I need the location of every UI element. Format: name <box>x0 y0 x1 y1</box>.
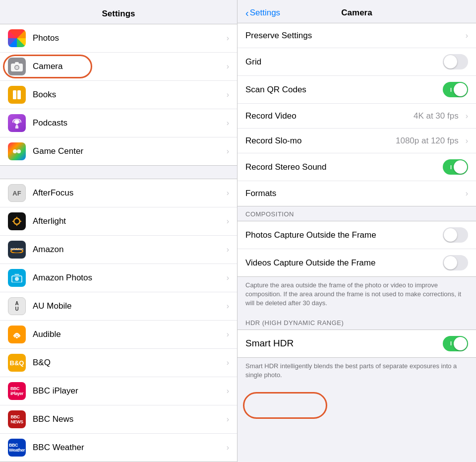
settings-item-camera[interactable]: Camera › <box>0 53 237 81</box>
photos-capture-toggle[interactable] <box>443 227 468 243</box>
grid-toggle[interactable] <box>443 54 468 69</box>
camera-item-grid[interactable]: Grid <box>238 48 476 76</box>
podcasts-chevron: › <box>227 119 229 128</box>
svg-point-20 <box>16 336 18 338</box>
amazon-label: Amazon <box>33 245 223 255</box>
composition-header: COMPOSITION <box>238 206 476 221</box>
hdr-footer: Smart HDR intelligently blends the best … <box>238 358 476 387</box>
camera-item-photos-capture[interactable]: Photos Capture Outside the Frame <box>238 221 476 249</box>
record-video-label: Record Video <box>245 111 414 121</box>
scan-qr-label: Scan QR Codes <box>245 85 443 95</box>
svg-rect-5 <box>17 90 21 99</box>
record-slomo-value: 1080p at 120 fps <box>396 136 459 146</box>
smart-hdr-label: Smart HDR <box>245 338 443 349</box>
settings-item-bbc-weather[interactable]: BBCWeather BBC Weather › <box>0 434 237 462</box>
scan-qr-toggle-knob <box>454 83 467 96</box>
photos-icon <box>8 29 26 47</box>
composition-settings-list: Photos Capture Outside the Frame Videos … <box>238 221 476 277</box>
camera-icon <box>8 58 26 75</box>
bbc-news-icon: BBCNEWS <box>8 410 26 428</box>
photos-chevron: › <box>227 34 229 43</box>
settings-item-bq[interactable]: B&Q B&Q › <box>0 349 237 377</box>
bbc-weather-chevron: › <box>227 443 229 452</box>
scan-qr-toggle[interactable]: I <box>443 82 468 97</box>
camera-label: Camera <box>33 62 223 71</box>
record-slomo-label: Record Slo-mo <box>245 136 396 146</box>
camera-item-scan-qr[interactable]: Scan QR Codes I <box>238 76 476 104</box>
section-gap <box>0 166 237 179</box>
formats-chevron: › <box>466 189 468 198</box>
camera-item-record-video[interactable]: Record Video 4K at 30 fps › <box>238 104 476 129</box>
settings-item-game-center[interactable]: Game Center › <box>0 137 237 165</box>
settings-item-bbc-iplayer[interactable]: BBCiPlayer BBC iPlayer › <box>0 377 237 405</box>
game-center-icon <box>8 142 26 160</box>
record-stereo-label: Record Stereo Sound <box>245 162 443 172</box>
bbc-iplayer-icon: BBCiPlayer <box>8 382 26 400</box>
composition-footer: Capture the area outside the frame of th… <box>238 277 476 315</box>
preserve-settings-label: Preserve Settings <box>245 31 462 41</box>
afterlight-label: Afterlight <box>33 216 223 226</box>
videos-capture-toggle[interactable] <box>443 255 468 270</box>
record-stereo-toggle-knob <box>454 160 467 174</box>
record-video-value: 4K at 30 fps <box>414 111 459 121</box>
record-video-chevron: › <box>466 112 468 121</box>
books-label: Books <box>33 90 223 100</box>
camera-item-videos-capture[interactable]: Videos Capture Outside the Frame <box>238 249 476 276</box>
camera-item-record-stereo[interactable]: Record Stereo Sound I <box>238 153 476 181</box>
formats-label: Formats <box>245 189 462 198</box>
audible-icon <box>8 326 26 343</box>
grid-label: Grid <box>245 57 443 67</box>
smart-hdr-toggle[interactable]: I <box>443 336 468 351</box>
svg-point-10 <box>18 150 20 152</box>
amazon-chevron: › <box>227 245 229 254</box>
podcasts-icon <box>8 114 26 132</box>
back-button[interactable]: ‹ Settings <box>245 7 280 19</box>
afterlight-chevron: › <box>227 217 229 226</box>
back-label: Settings <box>250 8 280 18</box>
camera-item-preserve-settings[interactable]: Preserve Settings › <box>238 23 476 48</box>
record-stereo-toggle[interactable]: I <box>443 159 468 175</box>
books-chevron: › <box>227 90 229 99</box>
bbc-weather-label: BBC Weather <box>33 443 223 453</box>
bq-icon: B&Q <box>8 354 26 372</box>
hdr-settings-list: Smart HDR I <box>238 330 476 358</box>
amazon-icon: amazon <box>8 241 26 259</box>
camera-item-formats[interactable]: Formats › <box>238 181 476 206</box>
settings-item-amazon[interactable]: amazon Amazon › <box>0 236 237 264</box>
photos-capture-label: Photos Capture Outside the Frame <box>245 230 443 240</box>
hdr-header: HDR (HIGH DYNAMIC RANGE) <box>238 315 476 330</box>
afterfocus-label: AfterFocus <box>33 188 223 198</box>
amazon-photos-label: Amazon Photos <box>33 273 223 283</box>
bq-chevron: › <box>227 358 229 367</box>
afterlight-icon <box>8 212 26 230</box>
settings-item-au-mobile[interactable]: AU AU Mobile › <box>0 292 237 321</box>
photos-capture-toggle-knob <box>444 228 457 242</box>
top-settings-list: Photos › Camera › Books › <box>0 24 237 166</box>
right-panel-title: Camera <box>341 8 372 18</box>
settings-item-photos[interactable]: Photos › <box>0 24 237 53</box>
photos-label: Photos <box>33 33 223 43</box>
camera-item-smart-hdr[interactable]: Smart HDR I <box>238 330 476 357</box>
grid-toggle-knob <box>444 55 457 68</box>
au-mobile-icon: AU <box>8 297 26 315</box>
amazon-photos-icon <box>8 269 26 287</box>
settings-item-amazon-photos[interactable]: Amazon Photos › <box>0 264 237 292</box>
settings-item-audible[interactable]: Audible › <box>0 321 237 349</box>
settings-item-bbc-news[interactable]: BBCNEWS BBC News › <box>0 405 237 434</box>
svg-rect-4 <box>13 90 16 99</box>
bbc-iplayer-label: BBC iPlayer <box>33 386 223 396</box>
settings-item-podcasts[interactable]: Podcasts › <box>0 109 237 137</box>
audible-label: Audible <box>33 330 223 339</box>
left-panel-title: Settings <box>0 0 237 24</box>
camera-settings-list: Preserve Settings › Grid Scan QR Codes I… <box>238 23 476 206</box>
left-panel: Settings Photos › Camera › <box>0 0 237 462</box>
app-settings-list: AF AfterFocus › Afterlight › amazon Amaz… <box>0 179 237 462</box>
record-slomo-chevron: › <box>466 136 468 145</box>
au-mobile-chevron: › <box>227 302 229 311</box>
bbc-weather-icon: BBCWeather <box>8 439 26 457</box>
settings-item-afterfocus[interactable]: AF AfterFocus › <box>0 179 237 207</box>
settings-item-afterlight[interactable]: Afterlight › <box>0 207 237 236</box>
settings-item-books[interactable]: Books › <box>0 81 237 109</box>
game-center-chevron: › <box>227 147 229 156</box>
camera-item-record-slomo[interactable]: Record Slo-mo 1080p at 120 fps › <box>238 129 476 153</box>
